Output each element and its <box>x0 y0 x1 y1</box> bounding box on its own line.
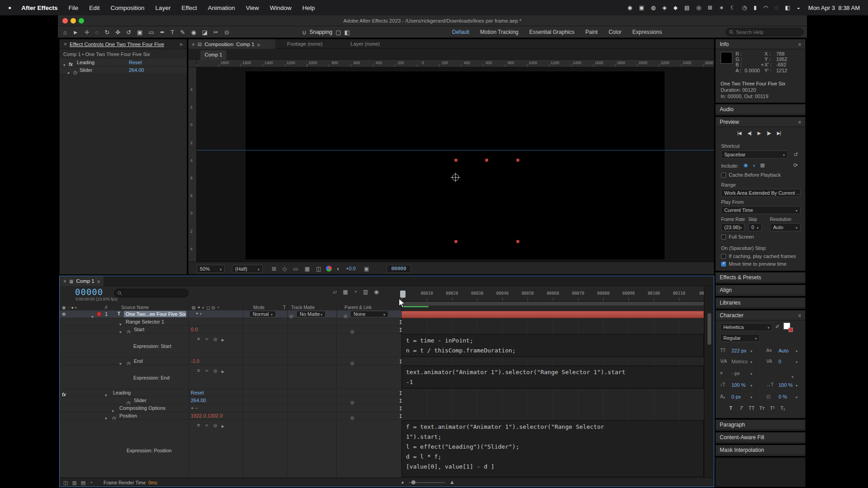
magnification-select[interactable]: 50% <box>197 265 225 273</box>
type-tool[interactable]: T <box>171 29 175 36</box>
end-property-row[interactable]: End -1.0 <box>60 357 401 365</box>
selection-tool[interactable]: ► <box>73 29 79 36</box>
compositing-options-row[interactable]: Compositing Options + − <box>60 404 401 412</box>
network-icon[interactable]: ◍ <box>651 5 656 11</box>
end-expression-row[interactable]: Expression: End <box>60 365 401 389</box>
workspace-paint[interactable]: Paint <box>585 29 598 35</box>
end-expression-field[interactable]: text.animator("Animator 1").selector("Ra… <box>401 366 704 389</box>
puppet-pin-tool[interactable]: ⊙ <box>224 29 229 36</box>
if-caching-checkbox[interactable] <box>721 254 726 259</box>
workspace-color[interactable]: Color <box>609 29 622 35</box>
expression-language-icon[interactable] <box>222 335 224 343</box>
motion-blur-icon[interactable]: ◉ <box>374 289 378 295</box>
dolly-camera-tool[interactable]: ↺ <box>126 29 131 36</box>
column-divider[interactable] <box>287 305 288 478</box>
layer-name[interactable]: One Two...ee Four Five Six <box>124 311 186 317</box>
position-property-row[interactable]: Position 1922.0,1302.0 <box>60 412 401 420</box>
viewer-timecode[interactable]: 00000 <box>387 265 411 273</box>
preserve-transparency-header[interactable]: T <box>283 305 286 310</box>
position-property-value[interactable]: 1922.0,1302.0 <box>191 413 222 418</box>
last-frame-button[interactable]: ▶| <box>777 131 781 136</box>
column-divider[interactable] <box>243 305 243 478</box>
expression-language-icon[interactable] <box>222 421 224 429</box>
dropbox-icon[interactable]: ◆ <box>674 5 678 11</box>
time-machine-icon[interactable]: ◷ <box>742 5 747 11</box>
workspace-essential-graphics[interactable]: Essential Graphics <box>529 29 575 35</box>
audio-panel-title[interactable]: Audio <box>720 106 734 113</box>
font-size-select[interactable]: 222 px <box>728 347 755 355</box>
ruler-corner[interactable] <box>189 60 197 67</box>
eyedropper-icon[interactable]: ✐ <box>775 324 779 330</box>
slider-property-name[interactable]: Slider <box>80 67 92 73</box>
text-selector-marker[interactable] <box>485 159 488 162</box>
work-area-bar[interactable] <box>401 302 704 305</box>
baseline-shift-select[interactable]: 0 px <box>728 393 755 401</box>
search-help-input[interactable] <box>736 29 795 35</box>
column-divider[interactable] <box>189 305 189 478</box>
text-selector-marker[interactable] <box>454 159 458 162</box>
battery-icon[interactable]: ▮ <box>754 5 757 11</box>
zoom-in-timeline-icon[interactable]: ▲ <box>449 479 455 485</box>
pen-tool[interactable]: ✒ <box>160 29 165 36</box>
small-caps-button[interactable]: Tᴛ <box>758 405 766 411</box>
orbit-camera-tool[interactable]: ↻ <box>104 29 109 36</box>
composition-frame[interactable] <box>245 71 665 259</box>
column-divider[interactable] <box>336 305 337 478</box>
position-expression-field[interactable]: f = text.animator("Animator 1").selector… <box>401 420 704 477</box>
stopwatch-icon[interactable] <box>73 68 77 76</box>
current-time-indicator[interactable] <box>400 291 406 298</box>
zoom-out-timeline-icon[interactable]: ▲ <box>401 480 405 484</box>
roto-brush-tool[interactable]: ✂ <box>213 29 218 36</box>
effect-name[interactable]: Leading <box>77 60 94 65</box>
effect-controls-tab[interactable]: Effect Controls One Two Three Four Five <box>70 42 164 47</box>
minimize-window-button[interactable] <box>71 18 76 23</box>
font-family-select[interactable]: Helvetica <box>720 323 773 331</box>
eraser-tool[interactable]: ◪ <box>202 29 208 36</box>
control-center-icon[interactable]: ◧ <box>785 5 790 11</box>
effect-reset-button[interactable]: Reset <box>129 60 142 65</box>
subscript-button[interactable]: T₁ <box>778 405 787 411</box>
slider-property-name[interactable]: Slider <box>134 398 146 403</box>
screen-record-icon[interactable]: ◉ <box>627 5 632 11</box>
content-aware-fill-title[interactable]: Content-Aware Fill <box>720 434 764 441</box>
frame-blending-icon[interactable]: ▥ <box>363 289 368 295</box>
timeline-zoom-track[interactable] <box>409 482 445 483</box>
vertical-ruler[interactable]: 4202468024 <box>189 67 197 262</box>
menu-item-after-effects[interactable]: After Effects <box>21 5 57 11</box>
zoom-tool[interactable]: ◌ <box>95 29 99 36</box>
home-tool[interactable]: ⌂ <box>63 29 67 36</box>
spotlight-icon[interactable]: ◌ <box>775 5 778 11</box>
close-window-button[interactable] <box>62 18 68 23</box>
comp-mini-flowchart-icon[interactable]: ▱ <box>333 289 337 295</box>
expression-enable-icon[interactable] <box>197 334 200 343</box>
position-property-name[interactable]: Position <box>119 413 137 418</box>
channel-select-icon[interactable] <box>326 266 332 272</box>
mask-shape-visibility-icon[interactable]: ◇ <box>283 266 287 272</box>
menu-item-edit[interactable]: Edit <box>89 5 99 11</box>
toggle-switches-pane-icon[interactable]: ◫ <box>63 480 68 486</box>
compositing-options-name[interactable]: Compositing Options <box>119 405 165 411</box>
menubar-clock[interactable]: Mon Apr 3 8:38 AM <box>808 5 860 11</box>
layer-row[interactable]: ◉ 1 T One Two...ee Four Five Six ✦ ◐ Nor… <box>60 310 401 318</box>
previous-frame-button[interactable]: ◀| <box>747 131 751 136</box>
end-property-name[interactable]: End <box>134 358 143 364</box>
expression-graph-icon[interactable] <box>205 421 208 429</box>
render-time-pane-icon[interactable]: ◔ <box>90 480 93 485</box>
text-selector-marker[interactable] <box>516 159 519 162</box>
vertical-scale-select[interactable]: 100 % <box>728 381 755 389</box>
libraries-title[interactable]: Libraries <box>720 300 741 306</box>
timeline-zoom-knob[interactable] <box>411 480 415 484</box>
expression-graph-icon[interactable] <box>205 366 208 374</box>
menu-item-view[interactable]: View <box>246 5 259 11</box>
region-of-interest-icon[interactable]: ▭ <box>293 266 298 272</box>
reset-shortcut-icon[interactable]: ↺ <box>793 151 798 158</box>
expression-pickwhip-icon[interactable] <box>213 334 217 343</box>
horizontal-scale-select[interactable]: 100 % <box>775 381 801 389</box>
play-from-select[interactable]: Current Time <box>721 206 801 214</box>
workspace-motion-tracking[interactable]: Motion Tracking <box>480 29 519 35</box>
blend-mode-select[interactable]: Normal <box>250 311 276 317</box>
zoom-window-button[interactable] <box>79 18 84 23</box>
workspace-default[interactable]: Default <box>452 29 469 35</box>
hand-tool[interactable]: ✛ <box>85 29 90 36</box>
timeline-search-input[interactable] <box>124 291 179 296</box>
